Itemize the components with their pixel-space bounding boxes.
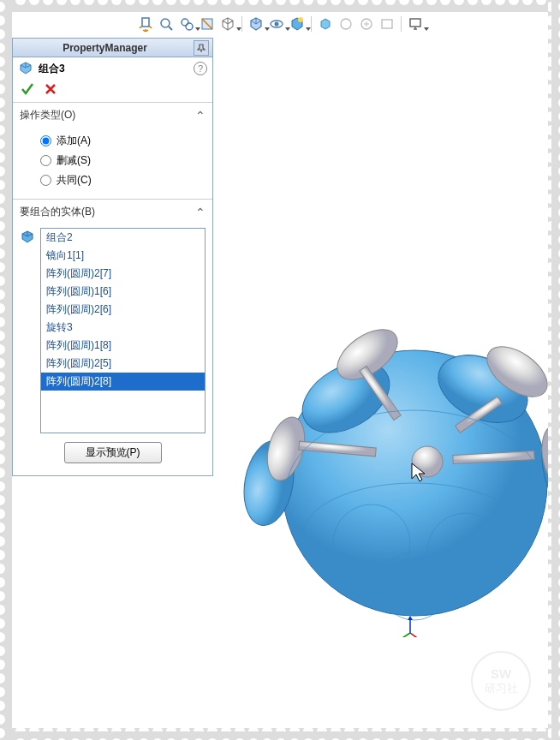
cancel-button[interactable] [44,82,57,96]
svg-rect-6 [0,728,560,740]
svg-rect-12 [142,18,149,27]
action-row [13,80,212,102]
zoom-area-icon[interactable] [158,15,175,33]
radio-label: 添加(A) [57,134,91,148]
svg-rect-8 [0,0,12,740]
cursor-icon [410,462,427,484]
ok-button[interactable] [20,81,35,97]
feature-header: 组合3 ? [13,57,212,80]
entity-item[interactable]: 阵列(圆周)2[6] [41,301,205,319]
graphics-viewport[interactable]: SW 研习社 [217,38,548,728]
body-icon [20,230,35,245]
entity-listbox[interactable]: 组合2镜向1[1]阵列(圆周)2[7]阵列(圆周)1[6]阵列(圆周)2[6]旋… [40,228,206,433]
chevron-up-icon: ⌃ [195,109,206,122]
operation-section-title: 操作类型(O) [20,108,195,122]
screen-icon[interactable] [407,15,424,33]
prev-view-icon[interactable] [178,15,195,33]
operation-radio-0[interactable]: 添加(A) [20,131,206,151]
entity-item[interactable]: 阵列(圆周)1[8] [41,337,205,355]
pin-icon[interactable] [194,40,209,56]
entity-item[interactable]: 旋转3 [41,319,205,337]
svg-line-14 [169,27,172,30]
svg-line-48 [398,633,410,637]
entities-section: 要组合的实体(B) ⌃ 组合2镜向1[1]阵列(圆周)2[7]阵列(圆周)1[6… [13,199,212,475]
svg-rect-5 [0,0,560,12]
radio-input[interactable] [40,135,51,146]
entity-item[interactable]: 组合2 [41,229,205,247]
watermark: SW 研习社 [471,651,531,711]
svg-rect-24 [410,19,420,27]
help-icon[interactable]: ? [194,62,207,75]
svg-rect-4 [0,0,560,12]
combine-icon [18,61,33,76]
render-icon[interactable] [358,15,375,33]
svg-point-21 [341,19,351,29]
zoom-fit-icon[interactable] [137,15,154,33]
entity-item[interactable]: 阵列(圆周)1[6] [41,283,205,301]
operation-radio-1[interactable]: 删减(S) [20,151,206,170]
entities-section-header[interactable]: 要组合的实体(B) ⌃ [13,200,212,224]
operation-type-section: 操作类型(O) ⌃ 添加(A)删减(S)共同(C) [13,102,212,199]
show-preview-button[interactable]: 显示预览(P) [64,442,162,463]
scene-icon[interactable] [289,15,306,33]
decal-icon[interactable] [378,15,396,33]
svg-point-20 [298,17,303,22]
svg-point-16 [186,23,193,30]
radio-label: 删减(S) [57,153,91,168]
model-preview [243,295,560,637]
svg-point-13 [161,19,170,27]
radio-input[interactable] [40,175,51,186]
entity-item[interactable]: 镜向1[1] [41,247,205,265]
svg-rect-23 [382,20,392,28]
section-view-icon[interactable] [199,15,216,33]
operation-radio-2[interactable]: 共同(C) [20,170,206,190]
pm-title: PropertyManager [16,42,194,54]
svg-rect-7 [0,728,560,740]
svg-rect-9 [0,0,12,740]
entity-item[interactable]: 阵列(圆周)2[8] [41,373,205,391]
entity-item[interactable]: 阵列(圆周)2[5] [41,355,205,373]
hide-show-icon[interactable] [268,15,285,33]
entities-section-title: 要组合的实体(B) [20,205,195,219]
appearance-icon[interactable] [337,15,354,33]
view-toolbar [12,12,548,36]
display-style-icon[interactable] [247,15,265,33]
radio-input[interactable] [40,155,51,166]
operation-section-header[interactable]: 操作类型(O) ⌃ [13,103,212,128]
svg-point-15 [182,19,188,26]
radio-label: 共同(C) [57,173,92,188]
chevron-up-icon: ⌃ [195,206,206,219]
feature-name: 组合3 [39,62,188,76]
perspective-icon[interactable] [317,15,334,33]
pm-titlebar: PropertyManager [13,39,212,57]
svg-point-19 [274,22,278,27]
view-orient-icon[interactable] [219,15,236,33]
property-manager-panel: PropertyManager 组合3 ? 操作类型(O) ⌃ 添加(A)删减(… [12,38,213,476]
entity-item[interactable]: 阵列(圆周)2[7] [41,265,205,283]
svg-line-47 [410,633,422,637]
